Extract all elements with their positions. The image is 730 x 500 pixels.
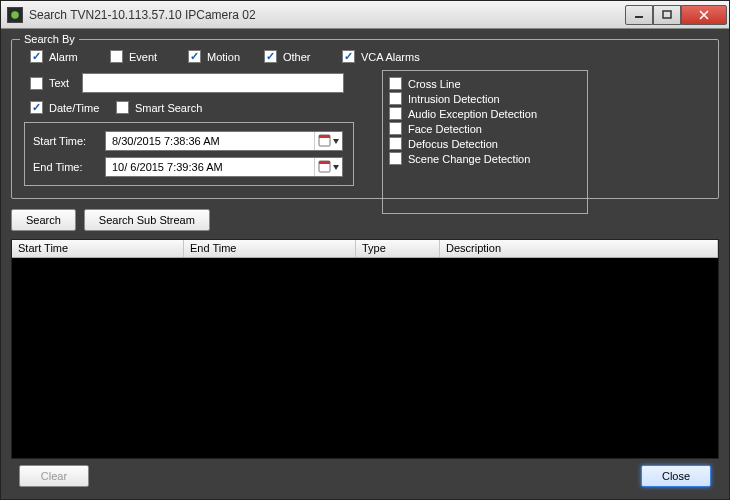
vca-item-scene-change[interactable]: Scene Change Detection xyxy=(389,152,581,165)
svg-point-0 xyxy=(11,11,19,19)
checkbox-label: Motion xyxy=(207,51,240,63)
close-button[interactable]: Close xyxy=(641,465,711,487)
datetime-checkbox[interactable]: Date/Time xyxy=(30,101,116,114)
vca-alarms-list: Cross Line Intrusion Detection Audio Exc… xyxy=(382,70,588,214)
window-controls xyxy=(625,5,727,25)
start-time-value: 8/30/2015 7:38:36 AM xyxy=(106,135,314,147)
maximize-button[interactable] xyxy=(653,5,681,25)
calendar-dropdown-icon[interactable] xyxy=(314,158,342,176)
checkbox-label: Event xyxy=(129,51,157,63)
titlebar: Search TVN21-10.113.57.10 IPCamera 02 xyxy=(1,1,729,29)
action-buttons: Search Search Sub Stream xyxy=(11,209,719,231)
checkbox-label: Scene Change Detection xyxy=(408,153,530,165)
start-time-label: Start Time: xyxy=(33,135,105,147)
checkbox-label: Face Detection xyxy=(408,123,482,135)
checkbox-icon xyxy=(30,77,43,90)
close-window-button[interactable] xyxy=(681,5,727,25)
checkbox-icon xyxy=(389,92,402,105)
search-window: Search TVN21-10.113.57.10 IPCamera 02 Se… xyxy=(0,0,730,500)
svg-rect-4 xyxy=(319,135,330,138)
motion-checkbox[interactable]: Motion xyxy=(188,50,264,63)
checkbox-label: VCA Alarms xyxy=(361,51,420,63)
vca-item-intrusion[interactable]: Intrusion Detection xyxy=(389,92,581,105)
checkbox-label: Defocus Detection xyxy=(408,138,498,150)
other-checkbox[interactable]: Other xyxy=(264,50,342,63)
col-start-time[interactable]: Start Time xyxy=(12,240,184,257)
vca-item-cross-line[interactable]: Cross Line xyxy=(389,77,581,90)
checkbox-icon xyxy=(116,101,129,114)
checkbox-row-1: Alarm Event Motion Other VCA Alarms xyxy=(24,50,706,63)
smart-search-checkbox[interactable]: Smart Search xyxy=(116,101,202,114)
end-time-field[interactable]: 10/ 6/2015 7:39:36 AM xyxy=(105,157,343,177)
vca-item-audio-exception[interactable]: Audio Exception Detection xyxy=(389,107,581,120)
checkbox-row-3: Date/Time Smart Search xyxy=(24,101,706,114)
checkbox-label: Date/Time xyxy=(49,102,99,114)
checkbox-icon xyxy=(264,50,277,63)
col-end-time[interactable]: End Time xyxy=(184,240,356,257)
search-sub-stream-button[interactable]: Search Sub Stream xyxy=(84,209,210,231)
checkbox-icon xyxy=(188,50,201,63)
search-button[interactable]: Search xyxy=(11,209,76,231)
checkbox-label: Smart Search xyxy=(135,102,202,114)
checkbox-label: Cross Line xyxy=(408,78,461,90)
vca-alarms-checkbox[interactable]: VCA Alarms xyxy=(342,50,420,63)
footer: Clear Close xyxy=(11,459,719,491)
svg-rect-2 xyxy=(663,11,671,18)
checkbox-icon xyxy=(389,122,402,135)
start-time-row: Start Time: 8/30/2015 7:38:36 AM xyxy=(33,131,345,151)
end-time-value: 10/ 6/2015 7:39:36 AM xyxy=(106,161,314,173)
checkbox-icon xyxy=(389,107,402,120)
checkbox-icon xyxy=(30,101,43,114)
event-checkbox[interactable]: Event xyxy=(110,50,188,63)
checkbox-label: Other xyxy=(283,51,311,63)
checkbox-icon xyxy=(389,77,402,90)
start-time-field[interactable]: 8/30/2015 7:38:36 AM xyxy=(105,131,343,151)
checkbox-label: Intrusion Detection xyxy=(408,93,500,105)
minimize-button[interactable] xyxy=(625,5,653,25)
search-by-group: Search By Alarm Event Motion Other VCA A… xyxy=(11,39,719,199)
checkbox-icon xyxy=(342,50,355,63)
clear-button[interactable]: Clear xyxy=(19,465,89,487)
col-description[interactable]: Description xyxy=(440,240,718,257)
results-table: Start Time End Time Type Description xyxy=(11,239,719,459)
svg-rect-6 xyxy=(319,161,330,164)
checkbox-icon xyxy=(389,152,402,165)
results-body[interactable] xyxy=(12,258,718,458)
end-time-label: End Time: xyxy=(33,161,105,173)
client-area: Search By Alarm Event Motion Other VCA A… xyxy=(1,29,729,499)
vca-item-defocus[interactable]: Defocus Detection xyxy=(389,137,581,150)
text-row: Text xyxy=(24,73,706,93)
text-search-input[interactable] xyxy=(82,73,344,93)
checkbox-label: Text xyxy=(49,77,69,89)
alarm-checkbox[interactable]: Alarm xyxy=(30,50,110,63)
datetime-group: Start Time: 8/30/2015 7:38:36 AM End Tim… xyxy=(24,122,354,186)
svg-rect-1 xyxy=(635,16,643,18)
checkbox-label: Alarm xyxy=(49,51,78,63)
calendar-dropdown-icon[interactable] xyxy=(314,132,342,150)
checkbox-icon xyxy=(30,50,43,63)
window-title: Search TVN21-10.113.57.10 IPCamera 02 xyxy=(29,8,625,22)
checkbox-icon xyxy=(110,50,123,63)
app-icon xyxy=(7,7,23,23)
checkbox-label: Audio Exception Detection xyxy=(408,108,537,120)
checkbox-icon xyxy=(389,137,402,150)
text-checkbox[interactable]: Text xyxy=(30,77,82,90)
results-header: Start Time End Time Type Description xyxy=(12,240,718,258)
end-time-row: End Time: 10/ 6/2015 7:39:36 AM xyxy=(33,157,345,177)
col-type[interactable]: Type xyxy=(356,240,440,257)
vca-item-face[interactable]: Face Detection xyxy=(389,122,581,135)
group-legend: Search By xyxy=(20,33,79,45)
